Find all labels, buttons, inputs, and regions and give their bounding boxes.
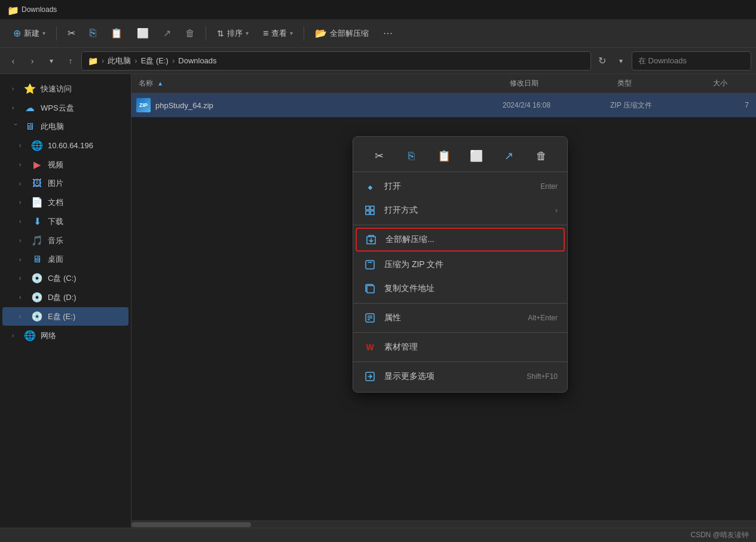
up-button[interactable]: ↑ [62,53,79,69]
star-icon: ⭐ [24,83,36,94]
drive-e-icon: 💿 [31,311,43,322]
status-bar: CSDN @晴友读钟 [0,528,756,542]
ctx-paste-icon: 📋 [437,149,451,163]
delete-button[interactable]: 🗑 [179,25,201,42]
sidebar-item-downloads[interactable]: › ⬇ 下载 [2,212,128,231]
cut-icon: ✂ [68,27,75,39]
chevron-documents: › [19,199,26,206]
sidebar-label-network: 网络 [41,330,56,341]
sidebar: › ⭐ 快速访问 › ☁ WPS云盘 › 🖥 此电脑 › 🌐 10.60.64.… [0,74,131,528]
title-bar-folder-icon: 📁 [7,5,17,14]
share-button[interactable]: ↗ [157,25,177,42]
sidebar-label-desktop: 桌面 [48,254,63,265]
chevron-quick-access: › [12,85,19,92]
recent-button[interactable]: ▾ [43,53,60,69]
sidebar-item-documents[interactable]: › 📄 文档 [2,193,128,212]
ctx-copy-path-item[interactable]: 复制文件地址 [353,277,567,301]
new-button[interactable]: ⊕ 新建 ▾ [7,25,51,42]
sidebar-item-drive-d[interactable]: › 💿 D盘 (D:) [2,288,128,307]
ctx-wps-item[interactable]: W 素材管理 [353,335,567,359]
ctx-rename-button[interactable]: ⬜ [466,145,487,167]
ctx-paste-button[interactable]: 📋 [433,145,455,167]
sidebar-item-quick-access[interactable]: › ⭐ 快速访问 [2,79,128,98]
svg-rect-2 [366,211,369,215]
ctx-properties-shortcut: Alt+Enter [528,314,558,322]
sidebar-label-drive-e: E盘 (E:) [48,311,75,322]
sidebar-item-drive-e[interactable]: › 💿 E盘 (E:) [2,307,128,326]
sidebar-label-drive-d: D盘 (D:) [48,292,76,303]
forward-button[interactable]: › [24,53,41,69]
copy-button[interactable]: ⎘ [84,24,102,42]
ctx-open-with-item[interactable]: 打开方式 › [353,198,567,222]
sidebar-label-music: 音乐 [48,235,63,246]
video-icon: ▶ [31,159,43,170]
cut-button[interactable]: ✂ [62,25,81,42]
new-label: 新建 [24,28,39,39]
ctx-share-icon: ↗ [504,149,513,163]
sidebar-item-network[interactable]: › 🌐 网络 [2,326,128,345]
ctx-divider-2 [353,303,567,304]
chevron-drive-e: › [19,313,26,320]
more-button[interactable]: ··· [377,25,399,42]
context-toolbar: ✂ ⎘ 📋 ⬜ ↗ 🗑 [353,140,567,172]
ctx-share-button[interactable]: ↗ [498,145,519,167]
ctx-properties-item[interactable]: 属性 Alt+Enter [353,306,567,330]
ctx-extract-item[interactable]: 全部解压缩... [356,228,565,252]
scroll-thumb[interactable] [131,522,251,527]
address-path[interactable]: 📁 › 此电脑 › E盘 (E:) › Downloads [81,51,591,71]
table-row[interactable]: ZIP phpStudy_64.zip 2024/2/4 16:08 ZIP 压… [131,93,756,117]
search-box[interactable]: 在 Downloads [632,51,751,71]
extract-button[interactable]: 📂 全部解压缩 [309,25,375,42]
ctx-cut-button[interactable]: ✂ [368,145,390,167]
view-button[interactable]: ≡ 查看 ▾ [257,25,299,42]
sidebar-item-music[interactable]: › 🎵 音乐 [2,231,128,250]
zip-file-icon: ZIP [136,98,151,112]
chevron-drive-d: › [19,294,26,301]
ctx-delete-button[interactable]: 🗑 [531,145,552,167]
drive-d-icon: 💿 [31,292,43,303]
chevron-drive-c: › [19,275,26,281]
refresh-button[interactable]: ↻ [593,53,610,69]
sidebar-label-drive-c: C盘 (C:) [48,273,76,284]
toolbar-sep-2 [206,26,206,41]
sidebar-item-desktop[interactable]: › 🖥 桌面 [2,250,128,268]
sidebar-label-downloads: 下载 [48,216,63,227]
sidebar-item-network-ip[interactable]: › 🌐 10.60.64.196 [2,136,128,155]
ctx-copy-path-icon [363,281,377,296]
path-dropdown[interactable]: ▾ [613,53,629,69]
horizontal-scrollbar[interactable] [131,520,756,528]
title-bar: 📁 Downloads [0,0,756,19]
sort-button[interactable]: ⇅ 排序 ▾ [211,25,255,42]
ctx-properties-label: 属性 [384,313,521,323]
rename-button[interactable]: ⬜ [131,25,155,42]
sidebar-label-documents: 文档 [48,197,63,208]
ctx-open-item[interactable]: ⬥ 打开 Enter [353,174,567,198]
sidebar-item-this-pc[interactable]: › 🖥 此电脑 [2,118,128,136]
ctx-compress-item[interactable]: 压缩为 ZIP 文件 [353,253,567,277]
address-bar: ‹ › ▾ ↑ 📁 › 此电脑 › E盘 (E:) › Downloads ↻ … [0,48,756,74]
network-icon: 🌐 [24,330,36,341]
back-button[interactable]: ‹ [5,53,22,69]
copy-icon: ⎘ [90,27,96,39]
path-segment-2: E盘 (E:) [141,56,169,66]
ctx-compress-label: 压缩为 ZIP 文件 [384,259,558,270]
toolbar-sep-1 [56,26,57,41]
sidebar-label-video: 视频 [48,160,63,170]
sidebar-item-wps-cloud[interactable]: › ☁ WPS云盘 [2,99,128,117]
path-separator-1: › [102,56,104,65]
sidebar-item-images[interactable]: › 🖼 图片 [2,174,128,192]
svg-rect-4 [366,261,374,269]
sidebar-item-video[interactable]: › ▶ 视频 [2,155,128,174]
sidebar-item-drive-c[interactable]: › 💿 C盘 (C:) [2,269,128,287]
svg-rect-0 [366,206,369,210]
new-dropdown-arrow: ▾ [42,30,45,36]
paste-button[interactable]: 📋 [105,25,128,42]
ctx-extract-label: 全部解压缩... [385,234,556,245]
sidebar-label-network-ip: 10.60.64.196 [48,141,93,150]
ctx-open-with-icon [363,203,377,218]
ctx-copy-icon: ⎘ [408,150,415,163]
ctx-more-options-item[interactable]: 显示更多选项 Shift+F10 [353,365,567,388]
ctx-open-shortcut: Enter [540,182,558,191]
ctx-copy-button[interactable]: ⎘ [400,145,422,167]
sort-arrow-name: ▲ [157,80,163,87]
